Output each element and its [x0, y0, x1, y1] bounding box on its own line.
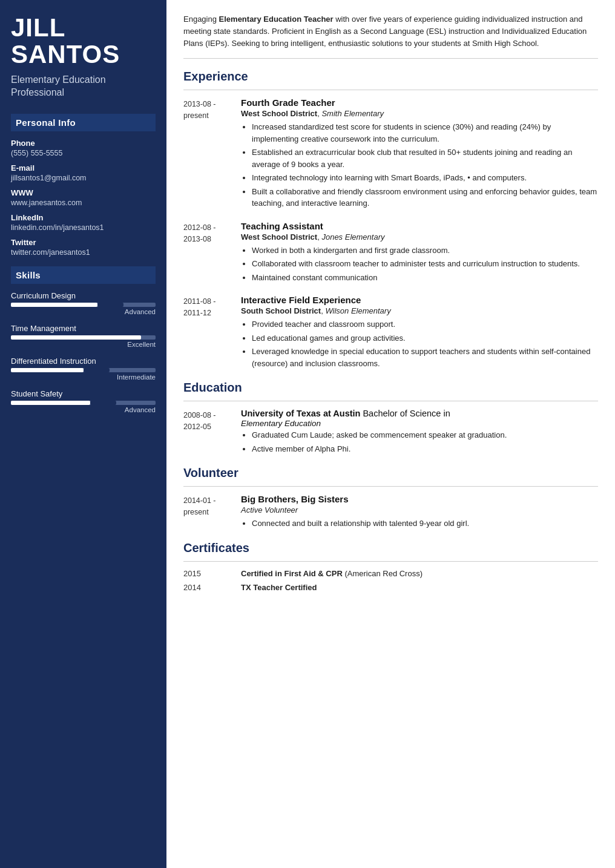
- education-divider: [183, 401, 598, 401]
- phone-info: Phone (555) 555-5555: [11, 139, 156, 157]
- certificates-section: Certificates 2015 Certified in First Aid…: [183, 541, 598, 592]
- twitter-info: Twitter twitter.com/janesantos1: [11, 238, 156, 257]
- email-label: E-mail: [11, 163, 156, 173]
- exp-date-3: 2011-08 -2011-12: [183, 295, 241, 371]
- exp-item-1: 2013-08 -present Fourth Grade Teacher We…: [183, 97, 598, 211]
- volunteer-role: Active Volunteer: [241, 505, 598, 515]
- phone-label: Phone: [11, 139, 156, 148]
- skill-name-safety: Student Safety: [11, 389, 156, 398]
- volunteer-date-1: 2014-01 -present: [183, 494, 241, 531]
- experience-title: Experience: [183, 70, 598, 84]
- exp-bullet-2-3: Maintained constant communication: [252, 272, 598, 284]
- exp-company-1: West School District, Smith Elementary: [241, 109, 598, 118]
- cert-item-2: 2014 TX Teacher Certified: [183, 583, 598, 592]
- candidate-name: JILL SANTOS: [11, 15, 156, 68]
- edu-bullets-1: Graduated Cum Laude; asked be commenceme…: [241, 429, 598, 455]
- twitter-label: Twitter: [11, 238, 156, 247]
- exp-company-school-2: Jones Elementary: [321, 232, 384, 242]
- edu-item-1: 2008-08 -2012-05 University of Texas at …: [183, 409, 598, 456]
- exp-bullets-3: Provided teacher and classroom support. …: [241, 318, 598, 369]
- exp-company-name-2: West School District: [241, 232, 317, 242]
- skill-level-diff: Intermediate: [11, 373, 156, 381]
- skill-item-curriculum: Curriculum Design Advanced: [11, 291, 156, 315]
- volunteer-org-title: Big Brothers, Big Sisters: [241, 494, 598, 504]
- edu-degree-1: University of Texas at Austin Bachelor o…: [241, 409, 598, 428]
- exp-title-3: Interactive Field Experience: [241, 295, 598, 305]
- cert-year-2: 2014: [183, 583, 241, 592]
- exp-company-3: South School District, Wilson Elementary: [241, 306, 598, 315]
- exp-date-1: 2013-08 -present: [183, 97, 241, 211]
- resume-container: JILL SANTOS Elementary Education Profess…: [0, 0, 615, 868]
- skill-bar-time: [11, 335, 156, 340]
- exp-bullet-2-2: Collaborated with classroom teacher to a…: [252, 258, 598, 270]
- skill-fill-curriculum: [11, 303, 97, 307]
- skill-accent-safety: [90, 401, 116, 405]
- cert-bold-2: TX Teacher Certified: [241, 583, 317, 592]
- linkedin-info: LinkedIn linkedin.com/in/janesantos1: [11, 213, 156, 232]
- exp-bullet-2-1: Worked in both a kindergarten and first …: [252, 245, 598, 257]
- exp-item-2: 2012-08 -2013-08 Teaching Assistant West…: [183, 221, 598, 286]
- exp-bullet-1-1: Increased standardized test score for st…: [252, 121, 598, 145]
- exp-bullet-3-1: Provided teacher and classroom support.: [252, 318, 598, 330]
- cert-rest-1: (American Red Cross): [343, 569, 423, 578]
- volunteer-bullet-1: Connected and built a relationship with …: [252, 518, 598, 530]
- linkedin-label: LinkedIn: [11, 213, 156, 222]
- exp-company-2: West School District, Jones Elementary: [241, 232, 598, 242]
- skill-bar-safety: [11, 401, 156, 405]
- skill-name-curriculum: Curriculum Design: [11, 291, 156, 300]
- skill-item-safety: Student Safety Advanced: [11, 389, 156, 413]
- cert-year-1: 2015: [183, 569, 241, 578]
- exp-company-name-3: South School District: [241, 306, 321, 315]
- skill-level-time: Excellent: [11, 341, 156, 348]
- edu-degree-rest: Bachelor of Science in: [360, 409, 450, 418]
- volunteer-section: Volunteer 2014-01 -present Big Brothers,…: [183, 466, 598, 531]
- email-value: jillsantos1@gmail.com: [11, 174, 156, 182]
- skill-bar-curriculum: [11, 303, 156, 307]
- experience-section: Experience 2013-08 -present Fourth Grade…: [183, 70, 598, 371]
- skill-fill-diff: [11, 368, 84, 372]
- experience-divider: [183, 90, 598, 90]
- skills-header: Skills: [11, 266, 156, 284]
- volunteer-divider: [183, 486, 598, 487]
- cert-item-1: 2015 Certified in First Aid & CPR (Ameri…: [183, 569, 598, 578]
- volunteer-content-1: Big Brothers, Big Sisters Active Volunte…: [241, 494, 598, 531]
- cert-desc-2: TX Teacher Certified: [241, 583, 598, 592]
- summary-bold: Elementary Education Teacher: [219, 15, 334, 24]
- candidate-title: Elementary Education Professional: [11, 74, 156, 99]
- volunteer-bullets: Connected and built a relationship with …: [241, 518, 598, 530]
- exp-company-name-1: West School District: [241, 109, 317, 118]
- skill-name-time: Time Management: [11, 324, 156, 333]
- exp-company-school-1: Smith Elementary: [321, 109, 384, 118]
- skill-level-safety: Advanced: [11, 406, 156, 413]
- personal-info-header: Personal Info: [11, 114, 156, 131]
- exp-company-school-3: Wilson Elementary: [325, 306, 390, 315]
- www-info: WWW www.janesantos.com: [11, 188, 156, 207]
- skill-item-time: Time Management Excellent: [11, 324, 156, 348]
- exp-title-2: Teaching Assistant: [241, 221, 598, 231]
- exp-item-3: 2011-08 -2011-12 Interactive Field Exper…: [183, 295, 598, 371]
- education-section: Education 2008-08 -2012-05 University of…: [183, 381, 598, 456]
- www-value: www.janesantos.com: [11, 199, 156, 207]
- edu-date-1: 2008-08 -2012-05: [183, 409, 241, 456]
- edu-bullet-1-2: Active member of Alpha Phi.: [252, 443, 598, 455]
- skill-accent-curriculum: [97, 303, 123, 307]
- email-info: E-mail jillsantos1@gmail.com: [11, 163, 156, 182]
- edu-degree-italic: Elementary Education: [241, 419, 598, 428]
- certificates-divider: [183, 561, 598, 562]
- edu-content-1: University of Texas at Austin Bachelor o…: [241, 409, 598, 456]
- exp-title-1: Fourth Grade Teacher: [241, 97, 598, 108]
- exp-bullet-3-2: Led educational games and group activiti…: [252, 332, 598, 344]
- volunteer-item-1: 2014-01 -present Big Brothers, Big Siste…: [183, 494, 598, 531]
- exp-bullet-3-3: Leveraged knowledge in special education…: [252, 346, 598, 369]
- volunteer-title: Volunteer: [183, 466, 598, 480]
- skill-accent-diff: [84, 368, 110, 372]
- cert-bold-1: Certified in First Aid & CPR: [241, 569, 343, 578]
- exp-bullet-1-2: Established an extracurricular book club…: [252, 146, 598, 170]
- sidebar: JILL SANTOS Elementary Education Profess…: [0, 0, 166, 868]
- main-content: Engaging Elementary Education Teacher wi…: [166, 0, 615, 868]
- certificates-title: Certificates: [183, 541, 598, 555]
- education-title: Education: [183, 381, 598, 395]
- exp-bullets-2: Worked in both a kindergarten and first …: [241, 245, 598, 284]
- www-label: WWW: [11, 188, 156, 197]
- phone-value: (555) 555-5555: [11, 149, 156, 157]
